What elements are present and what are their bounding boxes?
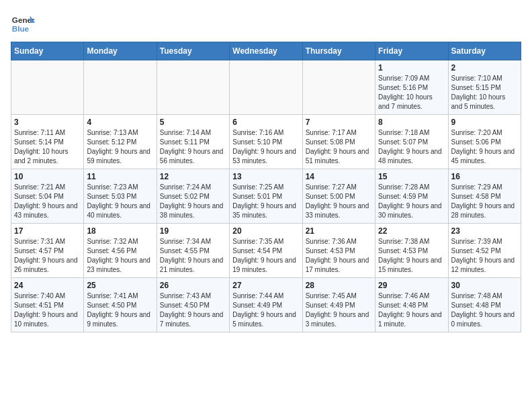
day-info: Sunrise: 7:17 AM Sunset: 5:08 PM Dayligh…: [306, 128, 372, 166]
calendar-week-5: 24Sunrise: 7:40 AM Sunset: 4:51 PM Dayli…: [11, 278, 521, 332]
day-info: Sunrise: 7:23 AM Sunset: 5:03 PM Dayligh…: [87, 183, 153, 220]
day-info: Sunrise: 7:35 AM Sunset: 4:54 PM Dayligh…: [232, 237, 299, 275]
day-number: 21: [306, 226, 372, 236]
calendar-cell: 4Sunrise: 7:13 AM Sunset: 5:12 PM Daylig…: [84, 115, 157, 169]
day-number: 19: [160, 226, 226, 236]
day-info: Sunrise: 7:25 AM Sunset: 5:01 PM Dayligh…: [232, 183, 299, 220]
calendar-cell: 11Sunrise: 7:23 AM Sunset: 5:03 PM Dayli…: [84, 169, 157, 224]
weekday-header-monday: Monday: [84, 42, 157, 60]
calendar-cell: 7Sunrise: 7:17 AM Sunset: 5:08 PM Daylig…: [302, 115, 375, 169]
weekday-header-sunday: Sunday: [11, 42, 84, 60]
calendar-week-1: 1Sunrise: 7:09 AM Sunset: 5:16 PM Daylig…: [11, 60, 521, 115]
day-number: 1: [378, 63, 445, 73]
weekday-header-row: SundayMondayTuesdayWednesdayThursdayFrid…: [11, 42, 521, 60]
day-info: Sunrise: 7:27 AM Sunset: 5:00 PM Dayligh…: [306, 183, 372, 220]
calendar-cell: 14Sunrise: 7:27 AM Sunset: 5:00 PM Dayli…: [302, 169, 375, 224]
calendar-cell: 24Sunrise: 7:40 AM Sunset: 4:51 PM Dayli…: [11, 278, 84, 332]
day-info: Sunrise: 7:36 AM Sunset: 4:53 PM Dayligh…: [306, 237, 372, 275]
day-number: 7: [306, 118, 372, 127]
calendar-cell: 29Sunrise: 7:46 AM Sunset: 4:48 PM Dayli…: [375, 278, 448, 332]
day-info: Sunrise: 7:46 AM Sunset: 4:48 PM Dayligh…: [378, 291, 445, 329]
calendar-cell: [302, 60, 375, 115]
day-info: Sunrise: 7:29 AM Sunset: 4:58 PM Dayligh…: [451, 183, 518, 220]
day-info: Sunrise: 7:41 AM Sunset: 4:50 PM Dayligh…: [87, 291, 153, 329]
calendar-cell: 13Sunrise: 7:25 AM Sunset: 5:01 PM Dayli…: [230, 169, 302, 224]
day-number: 22: [378, 226, 445, 236]
day-number: 12: [160, 172, 226, 181]
calendar-cell: 8Sunrise: 7:18 AM Sunset: 5:07 PM Daylig…: [375, 115, 448, 169]
day-number: 4: [87, 118, 153, 127]
day-number: 25: [87, 281, 153, 290]
calendar-cell: 18Sunrise: 7:32 AM Sunset: 4:56 PM Dayli…: [84, 224, 157, 278]
day-info: Sunrise: 7:14 AM Sunset: 5:11 PM Dayligh…: [160, 128, 226, 166]
day-info: Sunrise: 7:39 AM Sunset: 4:52 PM Dayligh…: [451, 237, 518, 275]
day-number: 9: [451, 118, 518, 127]
logo-icon: General Blue: [11, 11, 35, 35]
calendar-cell: 3Sunrise: 7:11 AM Sunset: 5:14 PM Daylig…: [11, 115, 84, 169]
day-number: 28: [306, 281, 372, 290]
calendar-cell: [157, 60, 229, 115]
day-info: Sunrise: 7:34 AM Sunset: 4:55 PM Dayligh…: [160, 237, 226, 275]
weekday-header-friday: Friday: [375, 42, 448, 60]
day-info: Sunrise: 7:18 AM Sunset: 5:07 PM Dayligh…: [378, 128, 445, 166]
calendar-cell: 21Sunrise: 7:36 AM Sunset: 4:53 PM Dayli…: [302, 224, 375, 278]
calendar-week-3: 10Sunrise: 7:21 AM Sunset: 5:04 PM Dayli…: [11, 169, 521, 224]
day-number: 2: [451, 63, 518, 73]
day-info: Sunrise: 7:38 AM Sunset: 4:53 PM Dayligh…: [378, 237, 445, 275]
calendar-week-2: 3Sunrise: 7:11 AM Sunset: 5:14 PM Daylig…: [11, 115, 521, 169]
day-number: 5: [160, 118, 226, 127]
calendar-cell: 12Sunrise: 7:24 AM Sunset: 5:02 PM Dayli…: [157, 169, 229, 224]
day-number: 15: [378, 172, 445, 181]
day-info: Sunrise: 7:13 AM Sunset: 5:12 PM Dayligh…: [87, 128, 153, 166]
day-number: 13: [232, 172, 299, 181]
calendar-cell: 19Sunrise: 7:34 AM Sunset: 4:55 PM Dayli…: [157, 224, 229, 278]
day-info: Sunrise: 7:44 AM Sunset: 4:49 PM Dayligh…: [232, 291, 299, 329]
calendar-cell: [11, 60, 84, 115]
day-info: Sunrise: 7:28 AM Sunset: 4:59 PM Dayligh…: [378, 183, 445, 220]
day-number: 14: [306, 172, 372, 181]
day-number: 30: [451, 281, 518, 290]
day-number: 6: [232, 118, 299, 127]
svg-text:Blue: Blue: [12, 24, 30, 33]
day-number: 26: [160, 281, 226, 290]
calendar-cell: 17Sunrise: 7:31 AM Sunset: 4:57 PM Dayli…: [11, 224, 84, 278]
calendar-cell: 20Sunrise: 7:35 AM Sunset: 4:54 PM Dayli…: [230, 224, 302, 278]
calendar-cell: [230, 60, 302, 115]
day-number: 18: [87, 226, 153, 236]
day-info: Sunrise: 7:48 AM Sunset: 4:48 PM Dayligh…: [451, 291, 518, 329]
day-number: 20: [232, 226, 299, 236]
calendar-cell: 9Sunrise: 7:20 AM Sunset: 5:06 PM Daylig…: [448, 115, 521, 169]
calendar-cell: 23Sunrise: 7:39 AM Sunset: 4:52 PM Dayli…: [448, 224, 521, 278]
day-info: Sunrise: 7:31 AM Sunset: 4:57 PM Dayligh…: [14, 237, 81, 275]
day-number: 11: [87, 172, 153, 181]
calendar-cell: [84, 60, 157, 115]
day-info: Sunrise: 7:24 AM Sunset: 5:02 PM Dayligh…: [160, 183, 226, 220]
day-info: Sunrise: 7:09 AM Sunset: 5:16 PM Dayligh…: [378, 74, 445, 111]
day-number: 29: [378, 281, 445, 290]
calendar-cell: 27Sunrise: 7:44 AM Sunset: 4:49 PM Dayli…: [230, 278, 302, 332]
weekday-header-thursday: Thursday: [302, 42, 375, 60]
day-info: Sunrise: 7:45 AM Sunset: 4:49 PM Dayligh…: [306, 291, 372, 329]
weekday-header-saturday: Saturday: [448, 42, 521, 60]
day-number: 23: [451, 226, 518, 236]
day-number: 3: [14, 118, 81, 127]
calendar-cell: 15Sunrise: 7:28 AM Sunset: 4:59 PM Dayli…: [375, 169, 448, 224]
calendar-cell: 30Sunrise: 7:48 AM Sunset: 4:48 PM Dayli…: [448, 278, 521, 332]
day-number: 16: [451, 172, 518, 181]
calendar-week-4: 17Sunrise: 7:31 AM Sunset: 4:57 PM Dayli…: [11, 224, 521, 278]
day-number: 10: [14, 172, 81, 181]
calendar-cell: 26Sunrise: 7:43 AM Sunset: 4:50 PM Dayli…: [157, 278, 229, 332]
day-number: 24: [14, 281, 81, 290]
weekday-header-tuesday: Tuesday: [157, 42, 229, 60]
calendar-cell: 2Sunrise: 7:10 AM Sunset: 5:15 PM Daylig…: [448, 60, 521, 115]
calendar-cell: 25Sunrise: 7:41 AM Sunset: 4:50 PM Dayli…: [84, 278, 157, 332]
calendar-cell: 6Sunrise: 7:16 AM Sunset: 5:10 PM Daylig…: [230, 115, 302, 169]
day-info: Sunrise: 7:20 AM Sunset: 5:06 PM Dayligh…: [451, 128, 518, 166]
day-info: Sunrise: 7:21 AM Sunset: 5:04 PM Dayligh…: [14, 183, 81, 220]
calendar-cell: 16Sunrise: 7:29 AM Sunset: 4:58 PM Dayli…: [448, 169, 521, 224]
day-number: 8: [378, 118, 445, 127]
calendar-cell: 5Sunrise: 7:14 AM Sunset: 5:11 PM Daylig…: [157, 115, 229, 169]
day-number: 17: [14, 226, 81, 236]
calendar-cell: 28Sunrise: 7:45 AM Sunset: 4:49 PM Dayli…: [302, 278, 375, 332]
day-info: Sunrise: 7:40 AM Sunset: 4:51 PM Dayligh…: [14, 291, 81, 329]
